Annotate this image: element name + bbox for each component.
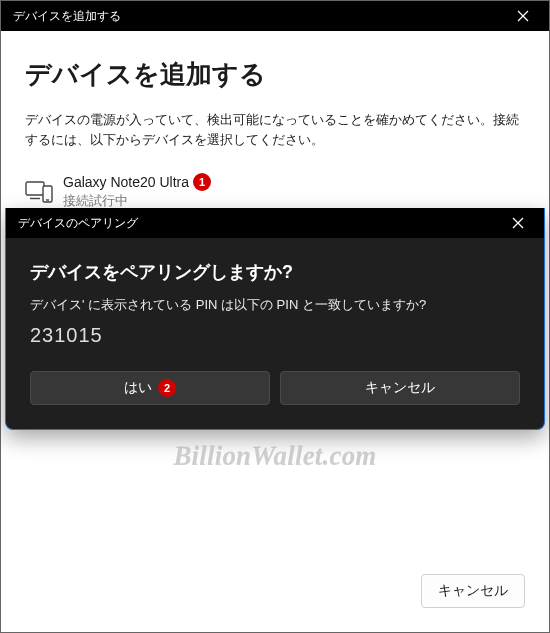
pairing-yes-label: はい: [124, 379, 152, 397]
add-device-window: デバイスを追加する デバイスを追加する デバイスの電源が入っていて、検出可能にな…: [0, 0, 550, 633]
pairing-close-button[interactable]: [498, 209, 538, 237]
page-heading: デバイスを追加する: [25, 57, 525, 92]
watermark: BillionWallet.com: [1, 441, 549, 472]
pairing-body: デバイスをペアリングしますか? デバイス' に表示されている PIN は以下の …: [6, 238, 544, 429]
pairing-heading: デバイスをペアリングしますか?: [30, 260, 520, 284]
page-description: デバイスの電源が入っていて、検出可能になっていることを確かめてください。接続する…: [25, 110, 525, 149]
close-icon: [517, 10, 529, 22]
device-name: Galaxy Note20 Ultra: [63, 174, 189, 190]
footer-bar: キャンセル: [1, 556, 549, 632]
pairing-cancel-label: キャンセル: [365, 379, 435, 397]
pairing-cancel-button[interactable]: キャンセル: [280, 371, 520, 405]
step-badge-2: 2: [158, 379, 176, 397]
window-close-button[interactable]: [503, 2, 543, 30]
footer-cancel-button[interactable]: キャンセル: [421, 574, 525, 608]
pairing-yes-button[interactable]: はい 2: [30, 371, 270, 405]
window-title: デバイスを追加する: [13, 8, 503, 25]
footer-cancel-label: キャンセル: [438, 582, 508, 600]
step-badge-1: 1: [193, 173, 211, 191]
window-titlebar: デバイスを追加する: [1, 1, 549, 31]
devices-icon: [25, 181, 53, 203]
close-icon: [512, 217, 524, 229]
pairing-prompt: デバイス' に表示されている PIN は以下の PIN と一致していますか?: [30, 296, 520, 314]
pairing-button-row: はい 2 キャンセル: [30, 371, 520, 405]
pairing-pin: 231015: [30, 324, 520, 347]
pairing-title: デバイスのペアリング: [18, 215, 498, 232]
pairing-titlebar: デバイスのペアリング: [6, 208, 544, 238]
pairing-dialog: デバイスのペアリング デバイスをペアリングしますか? デバイス' に表示されてい…: [5, 208, 545, 430]
device-text: Galaxy Note20 Ultra 1 接続試行中: [63, 173, 211, 210]
svg-rect-2: [26, 182, 44, 195]
main-content: デバイスを追加する デバイスの電源が入っていて、検出可能になっていることを確かめ…: [1, 31, 549, 220]
